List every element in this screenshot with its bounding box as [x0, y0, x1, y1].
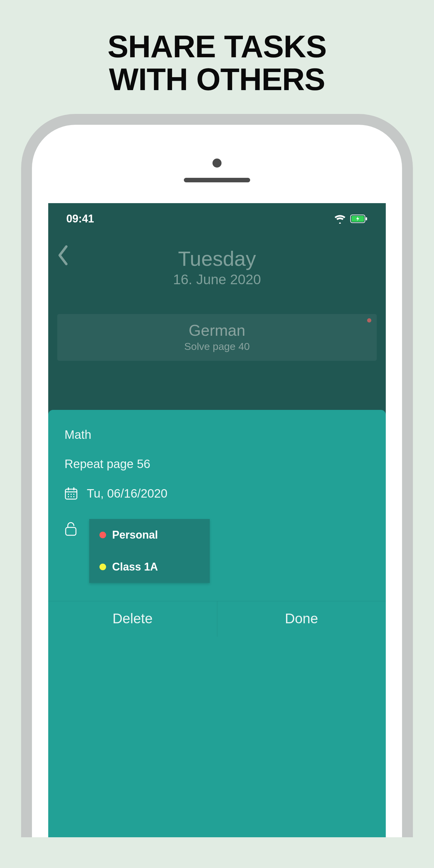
task-card[interactable]: German Solve page 40 [57, 314, 377, 361]
share-option-class[interactable]: Class 1A [89, 551, 210, 583]
svg-point-12 [73, 496, 74, 497]
sheet-subject[interactable]: Math [64, 428, 370, 441]
nav-date: 16. June 2020 [56, 271, 378, 287]
status-bar: 09:41 [48, 203, 386, 227]
sheet-button-row: Delete Done [48, 601, 386, 637]
share-dropdown: Personal Class 1A [89, 519, 210, 583]
sheet-below-area [48, 640, 386, 837]
share-option-label: Personal [112, 529, 158, 541]
battery-charging-icon [350, 215, 368, 223]
task-card-description: Solve page 40 [63, 341, 371, 352]
task-card-subject: German [63, 321, 371, 339]
dot-yellow-icon [99, 564, 106, 570]
status-time: 09:41 [66, 213, 94, 225]
svg-point-10 [68, 496, 69, 497]
headline-line1: SHARE TASKS [107, 30, 327, 63]
svg-rect-2 [366, 217, 367, 220]
svg-rect-6 [73, 487, 74, 490]
svg-point-8 [70, 494, 72, 495]
task-sheet: Math Repeat page 56 Tu, 06/16/2020 [48, 410, 386, 837]
svg-rect-5 [68, 487, 69, 490]
wifi-icon [334, 214, 346, 224]
share-option-label: Class 1A [112, 561, 158, 573]
screen: 09:41 [48, 203, 386, 837]
sheet-description[interactable]: Repeat page 56 [64, 457, 370, 471]
dot-red-icon [99, 532, 106, 538]
svg-point-11 [70, 496, 72, 497]
done-button[interactable]: Done [217, 601, 386, 637]
svg-rect-13 [66, 527, 76, 535]
unlock-icon[interactable] [64, 519, 77, 536]
calendar-icon [64, 487, 78, 500]
headline: SHARE TASKS WITH OTHERS [107, 30, 327, 96]
status-right [334, 214, 368, 224]
headline-line2: WITH OTHERS [107, 63, 327, 96]
delete-button[interactable]: Delete [48, 601, 217, 637]
nav-title-group: Tuesday 16. June 2020 [56, 247, 378, 287]
sheet-date-value: Tu, 06/16/2020 [87, 487, 167, 500]
svg-point-9 [73, 494, 74, 495]
sheet-date-row[interactable]: Tu, 06/16/2020 [64, 486, 370, 501]
back-button[interactable] [56, 245, 70, 266]
nav-bar: Tuesday 16. June 2020 [48, 242, 386, 293]
nav-day: Tuesday [56, 247, 378, 270]
svg-point-7 [68, 494, 69, 495]
phone-speaker [184, 178, 250, 182]
phone-frame: 09:41 [21, 114, 413, 837]
phone-camera [213, 158, 221, 167]
sheet-share-row: Personal Class 1A [64, 519, 370, 583]
share-option-personal[interactable]: Personal [89, 519, 210, 551]
